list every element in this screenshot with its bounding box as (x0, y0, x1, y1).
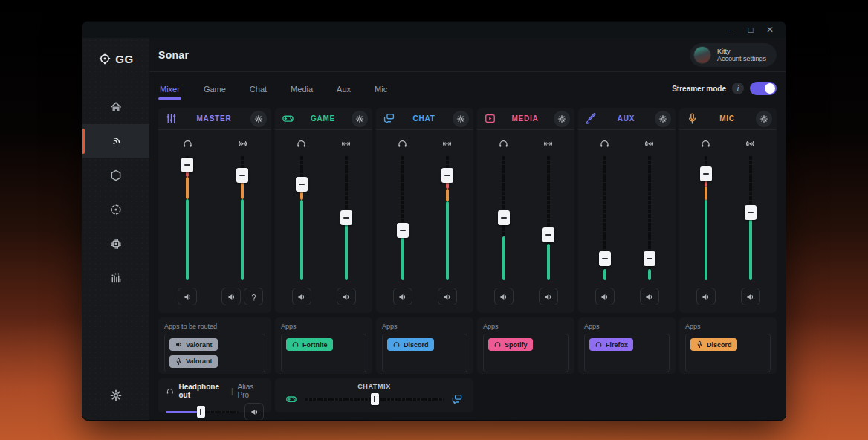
channel-settings-button[interactable] (655, 111, 671, 127)
tab-mic[interactable]: Mic (373, 76, 389, 101)
headphones-icon (397, 138, 408, 149)
app-header: Sonar Kitty Account settings (149, 38, 786, 72)
mute-button[interactable] (337, 288, 356, 305)
mute-button[interactable] (438, 288, 457, 305)
apps-panel-aux: Apps Firefox (578, 317, 676, 374)
app-chip-discord[interactable]: Discord (387, 338, 434, 351)
slider-handle[interactable] (745, 205, 757, 220)
app-chip-spotify[interactable]: Spotify (488, 338, 533, 351)
maximize-button[interactable]: □ (742, 23, 759, 36)
slider-handle[interactable] (397, 223, 409, 238)
tab-game[interactable]: Game (202, 76, 227, 101)
output-volume-slider[interactable] (166, 407, 239, 417)
channel-settings-button[interactable] (250, 111, 267, 127)
mute-button[interactable] (640, 288, 659, 305)
output-title: Headphone out (179, 383, 227, 399)
channel-settings-button[interactable] (352, 111, 368, 127)
sidebar-item-engine[interactable] (82, 158, 149, 192)
sidebar-item-sonar[interactable] (82, 124, 149, 158)
info-icon[interactable]: i (732, 82, 744, 94)
volume-slider[interactable] (745, 155, 757, 280)
volume-slider[interactable] (441, 155, 453, 280)
slider-handle[interactable] (236, 168, 248, 183)
mute-button[interactable] (539, 288, 558, 305)
minimize-button[interactable]: – (723, 23, 739, 36)
tab-mixer[interactable]: Mixer (158, 76, 181, 101)
account-settings-link[interactable]: Account settings (717, 55, 766, 62)
account-settings-button[interactable]: Kitty Account settings (690, 43, 777, 67)
app-chip-valorant[interactable]: Valorant (169, 338, 218, 351)
volume-slider[interactable] (599, 155, 611, 280)
slider-handle[interactable] (498, 210, 510, 225)
volume-slider[interactable] (700, 155, 712, 280)
app-chip-valorant[interactable]: Valorant (169, 355, 218, 368)
mute-button[interactable] (393, 288, 412, 305)
channel-column-master: MASTER Apps to be routed ValorantValoran… (158, 108, 271, 374)
mute-button[interactable] (244, 403, 264, 421)
apps-label: Apps to be routed (164, 323, 265, 330)
volume-slider[interactable] (397, 155, 409, 280)
listen-button[interactable] (244, 288, 263, 305)
chatmix-slider[interactable] (305, 394, 444, 404)
tab-chat[interactable]: Chat (248, 76, 268, 101)
apps-box: ValorantValorant (164, 334, 265, 372)
gear-icon (557, 114, 566, 123)
slider-handle[interactable] (441, 168, 453, 183)
close-button[interactable]: ✕ (762, 23, 778, 36)
app-chip-firefox[interactable]: Firefox (589, 338, 633, 351)
app-chip-discord[interactable]: Discord (690, 338, 737, 351)
slider-handle[interactable] (181, 158, 193, 172)
volume-slider[interactable] (181, 155, 193, 280)
slider-group-game-headphone (285, 138, 319, 305)
channel-settings-button[interactable] (453, 111, 469, 127)
slider-handle[interactable] (542, 227, 554, 242)
broadcast-icon (340, 138, 352, 149)
slider-handle[interactable] (599, 251, 611, 266)
app-chip-fortnite[interactable]: Fortnite (286, 338, 333, 351)
sidebar-item-system[interactable] (82, 227, 149, 261)
volume-slider[interactable] (542, 155, 554, 280)
mute-button[interactable] (178, 288, 197, 305)
mute-button[interactable] (595, 288, 615, 305)
streamer-mode-toggle[interactable] (750, 82, 777, 95)
mute-button[interactable] (494, 288, 514, 305)
volume-slider[interactable] (644, 155, 655, 280)
mute-button[interactable] (292, 288, 311, 305)
mute-button[interactable] (696, 288, 716, 305)
gear-icon (456, 114, 465, 123)
app-chip-label: Discord (707, 341, 732, 349)
slider-handle[interactable] (340, 210, 352, 225)
volume-slider[interactable] (296, 155, 308, 280)
gear-icon (254, 114, 263, 123)
speaker-icon (442, 292, 452, 302)
slider-group-media-stream (531, 138, 566, 305)
slider-handle[interactable] (371, 393, 379, 405)
channel-header-game: GAME (275, 108, 372, 130)
headphones-icon (700, 138, 711, 149)
sidebar-item-home[interactable] (82, 90, 149, 124)
volume-slider[interactable] (340, 155, 352, 280)
headphones-icon (498, 138, 509, 149)
sidebar-item-settings[interactable] (82, 378, 149, 412)
mute-button[interactable] (221, 288, 241, 305)
slider-handle[interactable] (296, 177, 308, 192)
play-icon (484, 112, 496, 125)
slider-handle[interactable] (644, 251, 655, 266)
headphones-icon (599, 138, 610, 149)
meter-segment (648, 269, 651, 280)
volume-slider[interactable] (498, 155, 510, 280)
tab-aux[interactable]: Aux (335, 76, 352, 101)
sidebar-item-moments[interactable] (82, 192, 149, 227)
channel-card-game: GAME (275, 108, 372, 313)
slider-handle[interactable] (197, 406, 205, 418)
mute-button[interactable] (741, 288, 760, 305)
tab-media[interactable]: Media (289, 76, 314, 101)
gamepad-icon (285, 393, 297, 405)
channel-settings-button[interactable] (554, 111, 570, 127)
apps-label: Apps (382, 323, 467, 330)
meter-segment (547, 244, 550, 280)
channel-settings-button[interactable] (756, 111, 772, 127)
slider-handle[interactable] (700, 166, 712, 181)
sidebar-item-rewards[interactable] (82, 261, 149, 295)
volume-slider[interactable] (236, 155, 248, 280)
